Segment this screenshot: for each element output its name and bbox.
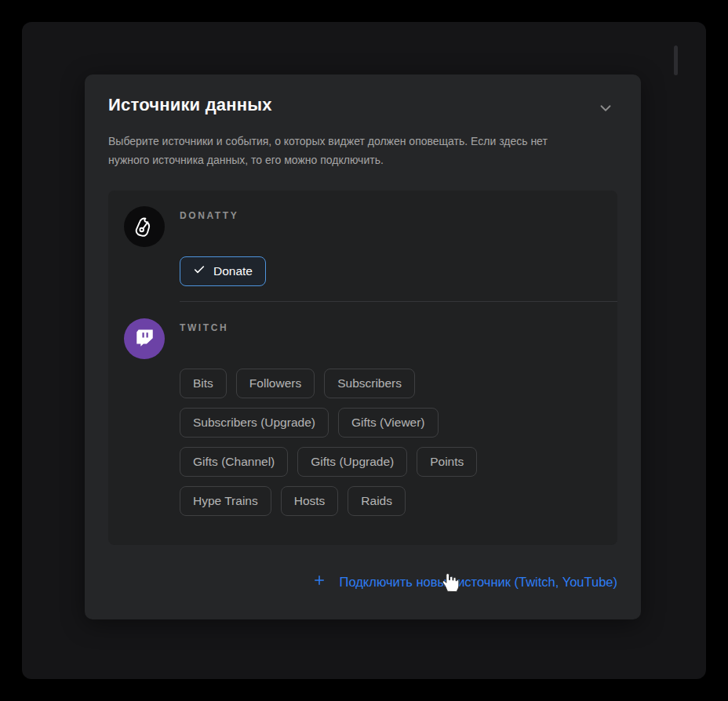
event-chip-label: Hosts <box>294 494 326 508</box>
event-chip-label: Gifts (Viewer) <box>351 416 425 430</box>
description-line-2: нужного источника данных, то его можно п… <box>108 151 617 169</box>
event-chip-label: Donate <box>213 264 253 278</box>
plus-icon <box>312 573 326 590</box>
description-line-1: Выберите источники и события, о которых … <box>108 132 617 151</box>
donatty-avatar <box>124 206 165 247</box>
section-description: Выберите источники и события, о которых … <box>108 132 617 169</box>
source-row-donatty: DONATTY Donate <box>124 206 617 301</box>
event-chip-label: Hype Trains <box>193 494 258 508</box>
event-chip-label: Followers <box>249 376 301 390</box>
twitch-logo-icon <box>134 327 155 351</box>
event-chip-label: Points <box>430 455 464 469</box>
event-chip-label: Gifts (Upgrade) <box>311 455 394 469</box>
source-label-donatty: DONATTY <box>180 210 617 221</box>
event-chip-label: Raids <box>361 494 392 508</box>
page-title: Источники данных <box>108 95 272 115</box>
event-chip-hosts[interactable]: Hosts <box>281 486 339 516</box>
event-chip-label: Subscribers <box>337 376 402 390</box>
donatty-events: Donate <box>180 256 588 301</box>
twitch-content: TWITCH Bits Followers Subscribers Subscr… <box>180 318 617 531</box>
footer-actions: Подключить новый источник (Twitch, YouTu… <box>108 573 617 590</box>
event-chip-subscribers-upgrade[interactable]: Subscribers (Upgrade) <box>180 408 329 438</box>
add-source-label: Подключить новый источник (Twitch, YouTu… <box>340 575 617 590</box>
event-chip-raids[interactable]: Raids <box>348 486 406 516</box>
event-chip-gifts-upgrade[interactable]: Gifts (Upgrade) <box>297 447 407 477</box>
sources-panel: DONATTY Donate <box>108 191 617 545</box>
scrollbar-thumb[interactable] <box>674 45 678 75</box>
source-label-twitch: TWITCH <box>180 322 617 333</box>
chip-row: Subscribers (Upgrade) Gifts (Viewer) <box>180 408 588 438</box>
event-chip-bits[interactable]: Bits <box>180 369 227 398</box>
collapse-section-button[interactable] <box>594 96 617 122</box>
event-chip-hype-trains[interactable]: Hype Trains <box>180 486 271 516</box>
event-chip-subscribers[interactable]: Subscribers <box>324 369 415 398</box>
donatty-content: DONATTY Donate <box>180 206 617 301</box>
chip-row: Bits Followers Subscribers <box>180 369 588 398</box>
card-header: Источники данных <box>108 95 617 122</box>
event-chip-label: Subscribers (Upgrade) <box>193 416 315 430</box>
data-sources-card: Источники данных Выберите источники и со… <box>85 74 641 619</box>
event-chip-label: Gifts (Channel) <box>193 455 275 469</box>
event-chip-donate[interactable]: Donate <box>180 256 266 286</box>
event-chip-gifts-channel[interactable]: Gifts (Channel) <box>180 447 288 477</box>
settings-backdrop: Источники данных Выберите источники и со… <box>22 22 706 679</box>
donatty-logo-icon <box>133 213 156 240</box>
check-icon <box>193 263 206 279</box>
event-chip-label: Bits <box>193 376 213 390</box>
chip-row: Gifts (Channel) Gifts (Upgrade) Points <box>180 447 588 477</box>
chip-row: Hype Trains Hosts Raids <box>180 486 588 516</box>
event-chip-gifts-viewer[interactable]: Gifts (Viewer) <box>338 408 439 438</box>
event-chip-followers[interactable]: Followers <box>236 369 315 398</box>
source-row-twitch: TWITCH Bits Followers Subscribers Subscr… <box>124 302 617 545</box>
add-source-link[interactable]: Подключить новый источник (Twitch, YouTu… <box>312 573 617 590</box>
twitch-events: Bits Followers Subscribers Subscribers (… <box>180 369 588 531</box>
event-chip-points[interactable]: Points <box>417 447 477 477</box>
twitch-avatar <box>124 318 165 359</box>
chevron-down-icon <box>597 107 614 119</box>
